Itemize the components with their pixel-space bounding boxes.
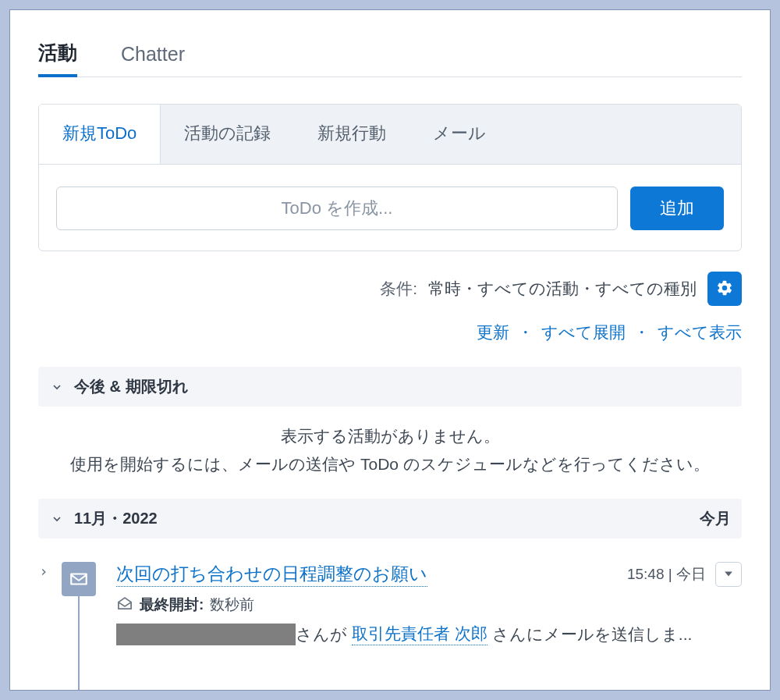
desc-suffix: さんにメールを送信しま... [492,624,693,645]
composer-tab-bar: 新規ToDo 活動の記録 新規行動 メール [39,105,741,165]
last-opened-value: 数秒前 [210,595,254,615]
refresh-link[interactable]: 更新 [477,322,509,343]
tab-activity[interactable]: 活動 [38,40,77,76]
timeline-connector [78,596,80,690]
filter-label: 条件: [380,278,417,300]
section-upcoming-title: 今後 & 期限切れ [74,376,188,397]
timeline-item: 次回の打ち合わせの日程調整のお願い 15:48 | 今日 最終開封: 数秒前 さ… [38,562,742,645]
contact-link[interactable]: 取引先責任者 次郎 [352,623,488,645]
tab-new-event[interactable]: 新規行動 [294,105,410,164]
email-icon [62,562,96,596]
section-month-badge: 今月 [700,508,731,529]
activity-panel: 活動 Chatter 新規ToDo 活動の記録 新規行動 メール 追加 条件: … [9,9,771,691]
email-subject-link[interactable]: 次回の打ち合わせの日程調整のお願い [116,562,427,587]
filter-value: 常時・すべての活動・すべての種別 [428,278,697,300]
empty-message-2: 使用を開始するには、メールの送信や ToDo のスケジュールなどを行ってください… [38,453,742,475]
timeline-item-body: 次回の打ち合わせの日程調整のお願い 15:48 | 今日 最終開封: 数秒前 さ… [116,562,742,645]
filter-settings-button[interactable] [707,272,742,306]
todo-subject-input[interactable] [56,187,618,230]
timeline-item-header: 次回の打ち合わせの日程調整のお願い 15:48 | 今日 [116,562,742,587]
top-tab-bar: 活動 Chatter [38,35,742,77]
filter-row: 条件: 常時・すべての活動・すべての種別 [38,272,742,306]
separator-dot: ・ [627,322,656,343]
section-month[interactable]: 11月・2022 今月 [38,499,742,538]
separator-dot: ・ [511,322,540,343]
composer-body: 追加 [39,165,741,251]
chevron-down-icon [49,379,65,395]
section-upcoming[interactable]: 今後 & 期限切れ [38,367,742,407]
expand-all-link[interactable]: すべて展開 [541,322,626,343]
timeline-actions: 更新 ・ すべて展開 ・ すべて表示 [38,322,742,343]
empty-message-1: 表示する活動がありません。 [38,425,742,447]
last-opened-label: 最終開封: [140,595,204,615]
expand-item-button[interactable] [38,562,54,581]
tab-email[interactable]: メール [410,105,509,164]
email-description: さんが 取引先責任者 次郎 さんにメールを送信しま... [116,623,742,645]
chevron-down-icon [49,511,65,527]
section-month-title: 11月・2022 [74,508,158,529]
activity-composer: 新規ToDo 活動の記録 新規行動 メール 追加 [38,104,742,251]
tab-chatter[interactable]: Chatter [121,43,185,76]
redacted-sender [116,624,296,645]
caret-down-icon [724,567,733,581]
view-all-link[interactable]: すべて表示 [658,322,742,343]
last-opened-row: 最終開封: 数秒前 [116,595,742,615]
open-envelope-icon [116,596,133,614]
tab-log-activity[interactable]: 活動の記録 [161,105,294,164]
desc-prefix: さんが [296,624,347,645]
email-timestamp: 15:48 | 今日 [627,564,706,585]
gear-icon [716,279,733,299]
item-menu-button[interactable] [715,562,742,587]
timeline-icon-wrap [62,562,105,596]
tab-new-todo[interactable]: 新規ToDo [39,105,161,164]
add-button[interactable]: 追加 [630,187,724,230]
